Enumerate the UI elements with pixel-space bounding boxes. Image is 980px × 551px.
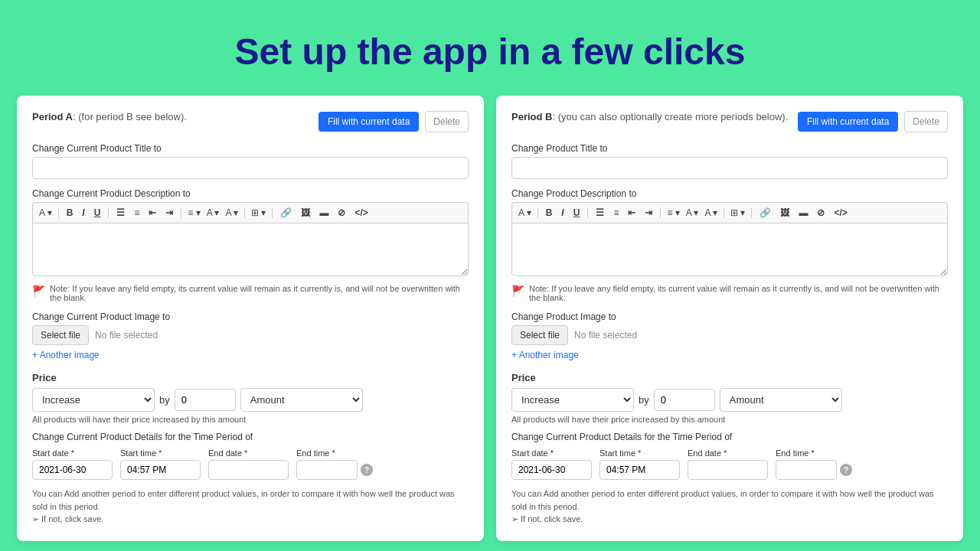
panel-b-start-time-field: Start time * xyxy=(599,448,680,480)
panel-a-help-icon[interactable]: ? xyxy=(361,464,373,476)
panel-a-delete-button[interactable]: Delete xyxy=(425,111,469,132)
panel-a-price-number-input[interactable] xyxy=(175,389,236,411)
panel-b-special-btn[interactable]: ⊘ xyxy=(814,206,828,220)
panel-a-note-icon: 🚩 xyxy=(32,285,45,297)
panel-b-list-ol-btn[interactable]: ≡ xyxy=(610,206,622,220)
panel-a-end-time-field: End time * ? xyxy=(296,448,373,480)
panel-a-price-section: Price Increase by Amount All products wi… xyxy=(32,372,469,424)
panel-a-underline-btn[interactable]: U xyxy=(91,206,104,220)
panel-a-list-ul-btn[interactable]: ☰ xyxy=(113,206,128,220)
panel-b-fill-button[interactable]: Fill with current data xyxy=(798,112,898,132)
panel-a-add-image-link[interactable]: + Another image xyxy=(32,350,100,360)
panel-b-price-section: Price Increase by Amount All products wi… xyxy=(511,372,948,424)
panel-a-note-text: Note: If you leave any field empty, its … xyxy=(50,284,469,302)
panel-a-video-btn[interactable]: ▬ xyxy=(316,206,332,220)
panel-a-list-ol-btn[interactable]: ≡ xyxy=(131,206,142,220)
panel-a-end-date-input[interactable] xyxy=(208,460,289,480)
panel-a-bold-btn[interactable]: B xyxy=(64,206,77,220)
sep4 xyxy=(244,207,245,218)
panel-a-start-date-input[interactable] xyxy=(32,460,113,480)
panel-a-end-time-label: End time * xyxy=(296,448,373,458)
panel-b-end-time-input[interactable] xyxy=(776,460,837,480)
panel-a-bgcolor-dropdown[interactable]: A ▾ xyxy=(224,206,240,220)
panel-a-link-btn[interactable]: 🔗 xyxy=(277,206,295,220)
panel-a-table-dropdown[interactable]: ⊞ ▾ xyxy=(250,206,267,220)
panels-container: Period A: (for period B see below). Fill… xyxy=(0,96,980,551)
panel-b-indent-left-btn[interactable]: ⇤ xyxy=(625,206,639,220)
panel-a-start-time-input[interactable] xyxy=(120,460,201,480)
panel-a-fill-button[interactable]: Fill with current data xyxy=(318,112,419,132)
bsep2 xyxy=(587,207,588,218)
panel-a-header: Period A: (for period B see below). Fill… xyxy=(32,111,469,132)
panel-b-underline-btn[interactable]: U xyxy=(570,206,583,220)
panel-a-title-input[interactable] xyxy=(32,157,469,179)
panel-a-indent-left-btn[interactable]: ⇤ xyxy=(145,206,159,220)
panel-b-bottom-note: You can Add another period to enter diff… xyxy=(511,487,948,526)
panel-a-indent-right-btn[interactable]: ⇥ xyxy=(162,206,176,220)
panel-b-image-label: Change Product Image to xyxy=(511,311,948,322)
panel-b-time-period-label: Change Current Product Details for the T… xyxy=(511,432,948,442)
panel-a-price-type-select[interactable]: Increase xyxy=(32,388,155,412)
panel-b-header: Period B: (you can also optionally creat… xyxy=(511,111,948,132)
panel-b-list-ul-btn[interactable]: ☰ xyxy=(593,206,607,220)
panel-b-start-time-input[interactable] xyxy=(599,460,680,480)
panel-b-add-image-link[interactable]: + Another image xyxy=(511,350,579,360)
panel-a-price-amount-select[interactable]: Amount xyxy=(240,388,363,412)
panel-a-file-row: Select file No file selected xyxy=(32,325,469,345)
panel-b-bgcolor-dropdown[interactable]: A ▾ xyxy=(703,206,719,220)
panel-a-end-date-field: End date * xyxy=(208,448,289,480)
panel-b-start-time-label: Start time * xyxy=(599,448,680,458)
panel-a-code-btn[interactable]: </> xyxy=(351,206,371,220)
sep5 xyxy=(272,207,273,218)
panel-b-color-dropdown[interactable]: A ▾ xyxy=(684,206,701,220)
panel-b-table-dropdown[interactable]: ⊞ ▾ xyxy=(729,206,746,220)
panel-b-start-date-input[interactable] xyxy=(511,460,592,480)
panel-b-align-dropdown[interactable]: ≡ ▾ xyxy=(665,206,681,220)
page-title: Set up the app in a few clicks xyxy=(0,0,980,96)
panel-a-align-dropdown[interactable]: ≡ ▾ xyxy=(186,206,201,220)
panel-b-price-number-input[interactable] xyxy=(654,389,715,411)
panel-b-video-btn[interactable]: ▬ xyxy=(795,206,811,220)
panel-b-price-label: Price xyxy=(511,372,948,383)
panel-b-indent-right-btn[interactable]: ⇥ xyxy=(642,206,655,220)
panel-b-header-buttons: Fill with current data Delete xyxy=(798,111,948,132)
panel-b-title-input[interactable] xyxy=(511,157,948,179)
panel-a-start-time-label: Start time * xyxy=(120,448,201,458)
panel-b-file-row: Select file No file selected xyxy=(511,325,948,345)
panel-b-note-text: Note: If you leave any field empty, its … xyxy=(529,284,948,302)
panel-a-italic-btn[interactable]: I xyxy=(79,206,87,220)
panel-b-description-input[interactable] xyxy=(511,223,948,276)
panel-b-italic-btn[interactable]: I xyxy=(558,206,567,220)
panel-b-bold-btn[interactable]: B xyxy=(543,206,556,220)
panel-b-end-time-field: End time * ? xyxy=(776,448,852,480)
panel-b-help-icon[interactable]: ? xyxy=(840,464,852,476)
panel-b-delete-button[interactable]: Delete xyxy=(904,111,948,132)
panel-a-description-input[interactable] xyxy=(32,223,469,276)
panel-b-start-date-label: Start date * xyxy=(511,448,592,458)
panel-a: Period A: (for period B see below). Fill… xyxy=(17,96,484,541)
panel-b-end-date-label: End date * xyxy=(688,448,768,458)
panel-b-price-amount-select[interactable]: Amount xyxy=(720,388,842,412)
panel-a-special-btn[interactable]: ⊘ xyxy=(335,206,348,220)
panel-b: Period B: (you can also optionally creat… xyxy=(496,96,963,541)
panel-b-note-icon: 🚩 xyxy=(511,285,524,297)
panel-a-start-time-field: Start time * xyxy=(120,448,201,480)
panel-a-font-dropdown[interactable]: A ▾ xyxy=(38,206,54,220)
panel-b-select-file-btn[interactable]: Select file xyxy=(511,325,568,345)
panel-b-font-dropdown[interactable]: A ▾ xyxy=(517,206,533,220)
panel-a-select-file-btn[interactable]: Select file xyxy=(32,325,89,345)
bsep1 xyxy=(537,207,538,218)
panel-b-link-btn[interactable]: 🔗 xyxy=(756,206,774,220)
panel-b-price-type-select[interactable]: Increase xyxy=(511,388,634,412)
panel-a-image-btn[interactable]: 🖼 xyxy=(298,206,313,220)
panel-a-desc-label: Change Current Product Description to xyxy=(32,188,469,199)
panel-a-title-label: Change Current Product Title to xyxy=(32,143,469,154)
panel-b-end-date-input[interactable] xyxy=(688,460,768,480)
sep3 xyxy=(181,207,181,218)
panel-b-image-btn[interactable]: 🖼 xyxy=(777,206,792,220)
panel-a-end-time-input[interactable] xyxy=(296,460,358,480)
panel-b-code-btn[interactable]: </> xyxy=(831,206,850,220)
panel-a-image-section: Change Current Product Image to Select f… xyxy=(32,311,469,361)
panel-a-color-dropdown[interactable]: A ▾ xyxy=(205,206,221,220)
panel-b-title-label: Change Product Title to xyxy=(511,143,948,154)
